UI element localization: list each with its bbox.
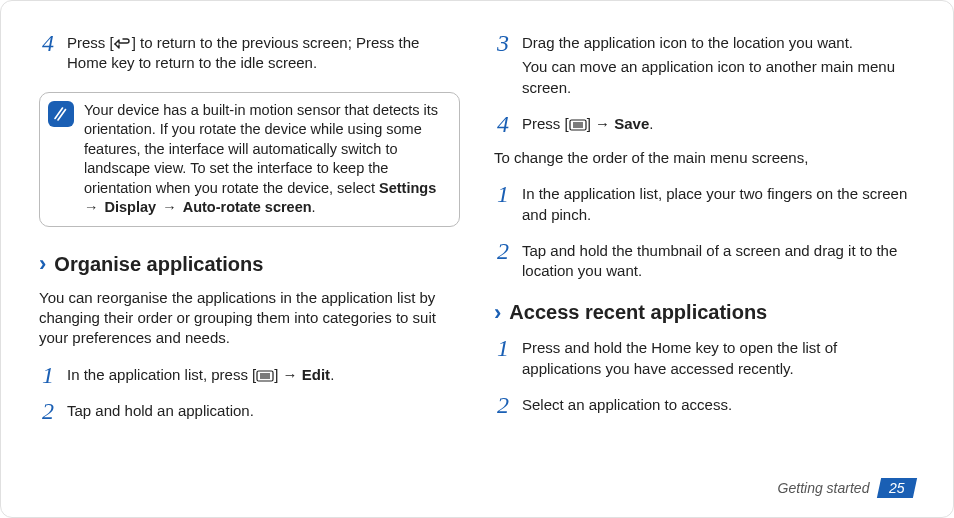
step-body: Tap and hold an application. (67, 401, 460, 421)
menu-key-icon (256, 370, 274, 382)
note-box: Your device has a built-in motion sensor… (39, 92, 460, 227)
step-number: 2 (494, 241, 512, 282)
step-text: In the application list, press [ (67, 366, 256, 383)
step-number: 2 (494, 395, 512, 415)
step-body: Tap and hold the thumbnail of a screen a… (522, 241, 915, 282)
section-heading: › Access recent applications (494, 301, 915, 324)
step-body: Press [] to return to the previous scree… (67, 33, 460, 74)
page-number-badge: 25 (877, 478, 917, 498)
step-number: 4 (39, 33, 57, 74)
step-body: Press [] → Save. (522, 114, 915, 134)
step-text: ] → (274, 366, 302, 383)
step-number: 3 (494, 33, 512, 98)
step-text: Tap and hold the thumbnail of a screen a… (522, 241, 915, 282)
step-text: You can move an application icon to anot… (522, 57, 915, 98)
chevron-right-icon: › (39, 253, 46, 275)
step-body: In the application list, place your two … (522, 184, 915, 225)
step-item: 1 In the application list, press [] → Ed… (39, 365, 460, 385)
chevron-right-icon: › (494, 302, 501, 324)
step-item: 2 Tap and hold an application. (39, 401, 460, 421)
step-body: In the application list, press [] → Edit… (67, 365, 460, 385)
page-footer: Getting started 25 (39, 475, 915, 501)
note-icon (48, 101, 74, 127)
note-text: . (312, 199, 316, 215)
step-body: Drag the application icon to the locatio… (522, 33, 915, 98)
step-bold: Edit (302, 366, 330, 383)
step-item: 1 In the application list, place your tw… (494, 184, 915, 225)
heading-text: Access recent applications (509, 301, 767, 324)
manual-page: 4 Press [] to return to the previous scr… (0, 0, 954, 518)
step-text: Select an application to access. (522, 395, 915, 415)
section-intro: You can reorganise the applications in t… (39, 288, 460, 349)
step-text: Press [ (522, 115, 569, 132)
step-text: Press [ (67, 34, 114, 51)
two-column-layout: 4 Press [] to return to the previous scr… (39, 31, 915, 467)
back-key-icon (114, 38, 132, 50)
section-intro: To change the order of the main menu scr… (494, 148, 915, 168)
page-number: 25 (889, 480, 905, 496)
menu-key-icon (569, 119, 587, 131)
step-text: . (330, 366, 334, 383)
step-number: 1 (494, 184, 512, 225)
note-bold: Settings (379, 180, 436, 196)
step-item: 2 Tap and hold the thumbnail of a screen… (494, 241, 915, 282)
step-body: Select an application to access. (522, 395, 915, 415)
note-bold: Display (105, 199, 157, 215)
step-item: 1 Press and hold the Home key to open th… (494, 338, 915, 379)
step-item: 3 Drag the application icon to the locat… (494, 33, 915, 98)
step-body: Press and hold the Home key to open the … (522, 338, 915, 379)
note-bold: Auto-rotate screen (183, 199, 312, 215)
step-text: In the application list, place your two … (522, 184, 915, 225)
note-body: Your device has a built-in motion sensor… (84, 101, 449, 218)
step-text: . (649, 115, 653, 132)
section-heading: › Organise applications (39, 253, 460, 276)
step-number: 1 (39, 365, 57, 385)
right-column: 3 Drag the application icon to the locat… (494, 31, 915, 467)
step-text: Drag the application icon to the locatio… (522, 33, 915, 53)
step-text: ] → (587, 115, 615, 132)
footer-section: Getting started (778, 480, 870, 496)
step-text: Press and hold the Home key to open the … (522, 338, 915, 379)
step-item: 2 Select an application to access. (494, 395, 915, 415)
step-bold: Save (614, 115, 649, 132)
left-column: 4 Press [] to return to the previous scr… (39, 31, 460, 467)
step-item: 4 Press [] → Save. (494, 114, 915, 134)
step-number: 4 (494, 114, 512, 134)
step-number: 2 (39, 401, 57, 421)
arrow-text: → (156, 199, 183, 215)
step-number: 1 (494, 338, 512, 379)
heading-text: Organise applications (54, 253, 263, 276)
step-item: 4 Press [] to return to the previous scr… (39, 33, 460, 74)
step-text: Tap and hold an application. (67, 401, 460, 421)
